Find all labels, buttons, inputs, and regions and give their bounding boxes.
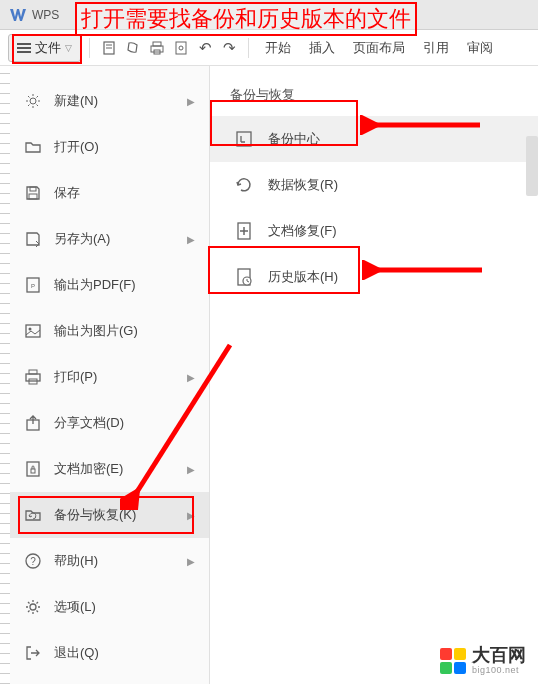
vertical-ruler xyxy=(0,66,10,684)
hamburger-icon xyxy=(17,43,31,53)
menu-item-open[interactable]: 打开(O) xyxy=(10,124,209,170)
svg-line-13 xyxy=(28,96,30,98)
new-icon xyxy=(24,92,42,110)
page-icon[interactable] xyxy=(98,37,120,59)
submenu-item-data-recover[interactable]: 数据恢复(R) xyxy=(210,162,538,208)
app-name: WPS xyxy=(32,8,59,22)
file-label: 文件 xyxy=(35,39,61,57)
main-area: 新建(N)▶打开(O)保存另存为(A)▶P输出为PDF(F)输出为图片(G)打印… xyxy=(0,66,538,684)
tab-start[interactable]: 开始 xyxy=(257,39,299,57)
menu-item-encrypt[interactable]: 文档加密(E)▶ xyxy=(10,446,209,492)
submenu-item-label: 备份中心 xyxy=(268,130,320,148)
redo-icon[interactable]: ↷ xyxy=(218,37,240,59)
submenu-item-label: 历史版本(H) xyxy=(268,268,338,286)
menu-item-label: 帮助(H) xyxy=(54,552,175,570)
svg-point-8 xyxy=(30,98,36,104)
svg-line-15 xyxy=(28,105,30,107)
tab-reference[interactable]: 引用 xyxy=(415,39,457,57)
svg-rect-28 xyxy=(31,469,35,473)
panel-title: 备份与恢复 xyxy=(210,78,538,116)
svg-rect-24 xyxy=(26,374,40,381)
open-icon xyxy=(24,138,42,156)
undo-icon[interactable]: ↶ xyxy=(194,37,216,59)
submenu-item-label: 数据恢复(R) xyxy=(268,176,338,194)
watermark-text-cn: 大百网 xyxy=(472,646,526,666)
menu-item-label: 输出为PDF(F) xyxy=(54,276,195,294)
tab-layout[interactable]: 页面布局 xyxy=(345,39,413,57)
menu-item-saveas[interactable]: 另存为(A)▶ xyxy=(10,216,209,262)
svg-point-31 xyxy=(30,604,36,610)
encrypt-icon xyxy=(24,460,42,478)
save-icon xyxy=(24,184,42,202)
chevron-right-icon: ▶ xyxy=(187,464,195,475)
chevron-right-icon: ▶ xyxy=(187,96,195,107)
tab-insert[interactable]: 插入 xyxy=(301,39,343,57)
svg-point-7 xyxy=(179,46,183,50)
menu-item-print[interactable]: 打印(P)▶ xyxy=(10,354,209,400)
menu-item-new[interactable]: 新建(N)▶ xyxy=(10,78,209,124)
menu-item-share[interactable]: 分享文档(D) xyxy=(10,400,209,446)
chevron-right-icon: ▶ xyxy=(187,372,195,383)
menu-item-label: 新建(N) xyxy=(54,92,175,110)
chevron-right-icon: ▶ xyxy=(187,234,195,245)
doc-repair-icon xyxy=(234,221,254,241)
menu-item-pdf[interactable]: P输出为PDF(F) xyxy=(10,262,209,308)
share-icon xyxy=(24,414,42,432)
svg-text:P: P xyxy=(31,283,35,289)
file-menu-panel: 新建(N)▶打开(O)保存另存为(A)▶P输出为PDF(F)输出为图片(G)打印… xyxy=(10,66,210,684)
file-menu-button[interactable]: 文件 ▽ xyxy=(8,34,81,62)
menu-item-label: 分享文档(D) xyxy=(54,414,195,432)
menu-item-label: 备份与恢复(K) xyxy=(54,506,175,524)
exit-icon xyxy=(24,644,42,662)
print-icon[interactable] xyxy=(146,37,168,59)
svg-point-22 xyxy=(29,328,32,331)
svg-rect-3 xyxy=(153,42,161,46)
menu-item-image[interactable]: 输出为图片(G) xyxy=(10,308,209,354)
backup-center-icon xyxy=(234,129,254,149)
separator xyxy=(89,38,90,58)
svg-rect-21 xyxy=(26,325,40,337)
tab-review[interactable]: 审阅 xyxy=(459,39,501,57)
preview-icon[interactable] xyxy=(170,37,192,59)
chevron-down-icon: ▽ xyxy=(65,43,72,53)
menu-item-save[interactable]: 保存 xyxy=(10,170,209,216)
menu-item-label: 退出(Q) xyxy=(54,644,195,662)
separator xyxy=(248,38,249,58)
format-icon[interactable] xyxy=(122,37,144,59)
menu-item-label: 另存为(A) xyxy=(54,230,175,248)
menu-item-label: 选项(L) xyxy=(54,598,195,616)
submenu-item-label: 文档修复(F) xyxy=(268,222,337,240)
svg-rect-18 xyxy=(29,194,37,199)
submenu-item-history[interactable]: 历史版本(H) xyxy=(210,254,538,300)
history-icon xyxy=(234,267,254,287)
menu-item-label: 打印(P) xyxy=(54,368,175,386)
options-icon xyxy=(24,598,42,616)
svg-rect-4 xyxy=(151,46,163,52)
chevron-right-icon: ▶ xyxy=(187,556,195,567)
menu-item-exit[interactable]: 退出(Q) xyxy=(10,630,209,676)
image-icon xyxy=(24,322,42,340)
svg-rect-6 xyxy=(176,42,186,54)
menu-item-options[interactable]: 选项(L) xyxy=(10,584,209,630)
watermark-logo-icon xyxy=(440,648,466,674)
svg-line-16 xyxy=(37,96,39,98)
watermark-text-en: big100.net xyxy=(472,666,526,676)
svg-line-14 xyxy=(37,105,39,107)
annotation-instruction: 打开需要找备份和历史版本的文件 xyxy=(75,2,417,36)
pdf-icon: P xyxy=(24,276,42,294)
menu-item-backup[interactable]: 备份与恢复(K)▶ xyxy=(10,492,209,538)
submenu-item-backup-center[interactable]: 备份中心 xyxy=(210,116,538,162)
backup-icon xyxy=(24,506,42,524)
scrollbar[interactable] xyxy=(526,136,538,196)
menu-item-label: 文档加密(E) xyxy=(54,460,175,478)
help-icon: ? xyxy=(24,552,42,570)
print-icon xyxy=(24,368,42,386)
menu-item-label: 保存 xyxy=(54,184,195,202)
wps-logo-icon xyxy=(8,5,28,25)
saveas-icon xyxy=(24,230,42,248)
chevron-right-icon: ▶ xyxy=(187,510,195,521)
watermark: 大百网 big100.net xyxy=(440,646,526,676)
submenu-item-doc-repair[interactable]: 文档修复(F) xyxy=(210,208,538,254)
menu-item-help[interactable]: ?帮助(H)▶ xyxy=(10,538,209,584)
data-recover-icon xyxy=(234,175,254,195)
